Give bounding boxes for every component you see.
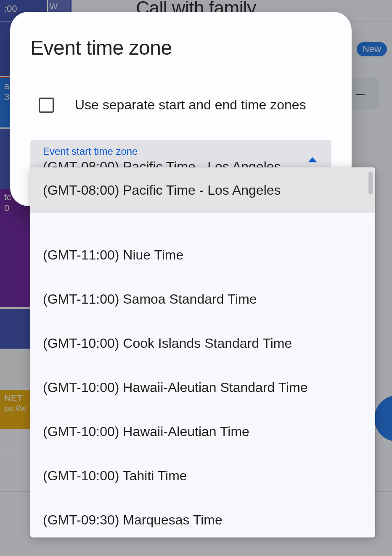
dialog-title: Event time zone xyxy=(10,36,352,59)
timezone-option[interactable]: (GMT-10:00) Cook Islands Standard Time xyxy=(30,321,375,365)
timezone-dropdown[interactable]: (GMT-08:00) Pacific Time - Los Angeles (… xyxy=(30,167,375,537)
timezone-option[interactable]: (GMT-11:00) Niue Time xyxy=(30,233,375,277)
timezone-option[interactable]: (GMT-09:30) Marquesas Time xyxy=(30,498,375,537)
scrollbar-thumb[interactable] xyxy=(368,172,373,194)
timezone-option-selected[interactable]: (GMT-08:00) Pacific Time - Los Angeles xyxy=(30,167,375,213)
timezone-option[interactable]: (GMT-11:00) Samoa Standard Time xyxy=(30,277,375,321)
separate-timezones-row[interactable]: Use separate start and end time zones xyxy=(10,97,352,113)
timezone-option[interactable]: (GMT-10:00) Hawaii-Aleutian Time xyxy=(30,410,375,454)
separate-timezones-checkbox[interactable] xyxy=(39,98,54,113)
dropdown-divider xyxy=(30,216,375,216)
start-timezone-select-label: Event start time zone xyxy=(43,146,321,157)
separate-timezones-label: Use separate start and end time zones xyxy=(75,97,306,113)
timezone-option[interactable]: (GMT-10:00) Tahiti Time xyxy=(30,454,375,498)
dropdown-spacer xyxy=(30,219,375,233)
timezone-option[interactable]: (GMT-10:00) Hawaii-Aleutian Standard Tim… xyxy=(30,365,375,410)
chevron-up-icon xyxy=(308,157,317,162)
